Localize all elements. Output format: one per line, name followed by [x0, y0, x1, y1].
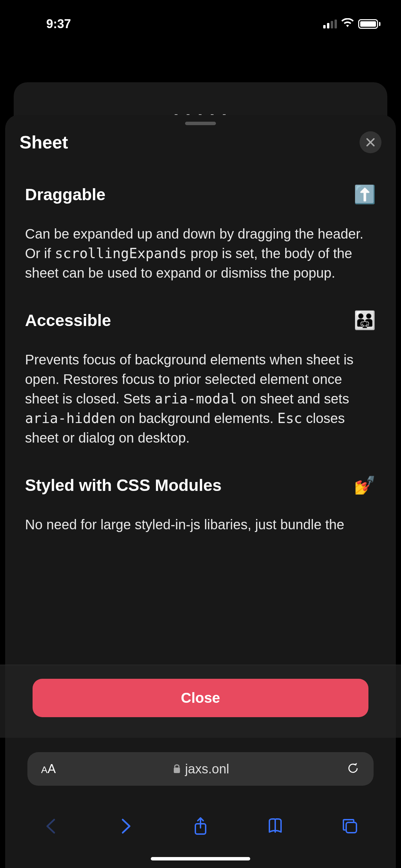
browser-toolbar	[0, 806, 401, 847]
section-styled-with-css-modules: Styled with CSS Modules💅No need for larg…	[25, 475, 376, 533]
back-button[interactable]	[42, 817, 60, 837]
section-header: Styled with CSS Modules💅	[25, 475, 376, 496]
sheet-title: Sheet	[20, 132, 68, 153]
section-title: Draggable	[25, 185, 106, 204]
section-title: Accessible	[25, 311, 111, 330]
section-accessible: Accessible👨‍👨‍👧Prevents focus of backgro…	[25, 310, 376, 447]
section-header: Draggable⬆️	[25, 184, 376, 205]
section-text: Prevents focus of background elements wh…	[25, 350, 376, 447]
sheet-footer: Close	[0, 665, 401, 738]
close-icon-button[interactable]	[360, 131, 381, 153]
share-button[interactable]	[192, 817, 209, 837]
section-emoji-icon: 💅	[354, 475, 376, 496]
url-bar-container: AA jaxs.onl	[27, 752, 374, 786]
battery-icon	[358, 19, 380, 29]
url-display[interactable]: jaxs.onl	[56, 762, 346, 776]
status-time: 9:37	[46, 17, 71, 31]
sheet-header: Sheet	[5, 125, 396, 164]
wifi-icon	[341, 18, 354, 30]
lock-icon	[173, 762, 181, 776]
section-title: Styled with CSS Modules	[25, 476, 221, 495]
svg-rect-6	[346, 822, 356, 833]
close-button[interactable]: Close	[33, 679, 368, 717]
status-bar: 9:37	[0, 0, 401, 45]
drag-handle[interactable]	[185, 122, 216, 125]
section-draggable: Draggable⬆️Can be expanded up and down b…	[25, 184, 376, 282]
tabs-button[interactable]	[341, 817, 359, 837]
home-indicator[interactable]	[151, 857, 250, 860]
section-emoji-icon: 👨‍👨‍👧	[354, 310, 376, 331]
svg-rect-2	[174, 768, 180, 773]
section-emoji-icon: ⬆️	[354, 184, 376, 205]
section-text: No need for large styled-in-js libaries,…	[25, 515, 376, 533]
cellular-signal-icon	[323, 20, 337, 28]
reload-button[interactable]	[346, 761, 360, 776]
section-header: Accessible👨‍👨‍👧	[25, 310, 376, 331]
status-icons	[323, 18, 380, 30]
text-size-button[interactable]: AA	[41, 762, 56, 776]
bookmarks-button[interactable]	[267, 817, 284, 837]
section-text: Can be expanded up and down by dragging …	[25, 224, 376, 282]
url-text: jaxs.onl	[185, 762, 229, 776]
url-bar[interactable]: AA jaxs.onl	[27, 752, 374, 786]
forward-button[interactable]	[117, 817, 134, 837]
